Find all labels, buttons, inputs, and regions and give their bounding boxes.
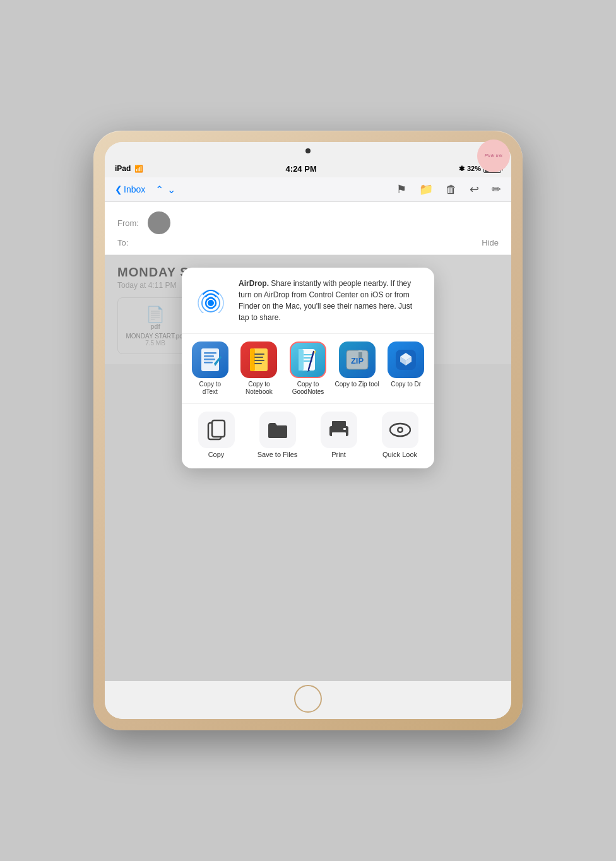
inbox-label: Inbox (124, 184, 145, 194)
app-icon-zip[interactable]: ZIP Copy to Zip tool (334, 341, 381, 396)
email-header: From: To: Hide (105, 202, 511, 255)
print-icon (328, 420, 350, 440)
email-body: MONDAY START. Today at 4:11 PM 📄 pdf MON… (105, 255, 511, 681)
quick-look-icon-box (382, 412, 418, 448)
from-label: From: (117, 218, 143, 228)
airdrop-svg (194, 280, 227, 313)
airdrop-title: AirDrop. (239, 279, 269, 288)
svg-rect-37 (332, 432, 346, 439)
svg-rect-14 (254, 357, 263, 358)
app-icon-goodnotes[interactable]: Copy toGoodNotes (285, 341, 331, 396)
to-label: To: (117, 238, 143, 247)
battery-percent: 32% (467, 165, 481, 172)
svg-rect-30 (358, 350, 362, 352)
app-icon-notebook[interactable]: Copy toNotebook (236, 341, 283, 396)
app-icons-row: Copy todText (182, 334, 434, 404)
ipad-screen: iPad 📶 4:24 PM ✱ 32% ❮ Inbox ⌃ (105, 142, 511, 719)
svg-rect-7 (204, 355, 214, 357)
time-display: 4:24 PM (286, 164, 317, 174)
share-sheet: AirDrop. Share instantly with people nea… (182, 268, 434, 468)
airdrop-section: AirDrop. Share instantly with people nea… (182, 268, 434, 334)
mail-toolbar: ❮ Inbox ⌃ ⌄ ⚑ 📁 🗑 ↩ ✏ (105, 177, 511, 202)
svg-rect-31 (358, 353, 362, 355)
home-button-area (105, 681, 511, 719)
copy-label: Copy (208, 451, 225, 458)
airdrop-icon (192, 278, 230, 316)
print-icon-box (321, 412, 357, 448)
compose-button[interactable]: ✏ (492, 182, 501, 196)
goodnotes-icon-img (290, 341, 326, 378)
dropbox-svg (394, 348, 418, 372)
device-label: iPad (115, 164, 131, 173)
prev-message-button[interactable]: ⌃ (155, 184, 163, 196)
reply-button[interactable]: ↩ (470, 182, 479, 196)
to-field: To: Hide (117, 236, 499, 249)
svg-point-41 (398, 429, 401, 432)
goodtext-label: Copy todText (199, 381, 221, 396)
watermark-badge: Pink Ink (477, 140, 510, 172)
goodtext-icon-img (192, 341, 228, 378)
save-files-label: Save to Files (258, 451, 298, 458)
next-message-button[interactable]: ⌄ (167, 184, 175, 196)
print-label: Print (331, 451, 346, 458)
notebook-icon-img (240, 341, 277, 378)
save-files-icon-box (259, 412, 296, 448)
svg-rect-38 (343, 428, 346, 430)
goodnotes-svg (296, 347, 320, 373)
app-icon-dropbox[interactable]: Copy to Dr (382, 341, 429, 396)
notebook-label: Copy toNotebook (246, 381, 273, 396)
svg-rect-34 (212, 420, 225, 437)
svg-rect-9 (204, 362, 213, 364)
from-field: From: (117, 210, 499, 236)
action-copy[interactable]: Copy (187, 412, 246, 458)
svg-rect-6 (204, 352, 216, 354)
svg-rect-21 (304, 357, 311, 359)
flag-button[interactable]: ⚑ (396, 182, 406, 196)
notebook-svg (247, 347, 271, 372)
hide-button[interactable]: Hide (482, 238, 499, 247)
status-left: iPad 📶 (115, 164, 143, 173)
svg-rect-8 (204, 359, 215, 360)
toolbar-left: ❮ Inbox ⌃ ⌄ (115, 184, 175, 196)
action-print[interactable]: Print (309, 412, 368, 458)
dropbox-label: Copy to Dr (391, 381, 421, 388)
home-button[interactable] (294, 685, 322, 713)
goodnotes-label: Copy toGoodNotes (292, 381, 324, 396)
copy-icon (207, 419, 226, 441)
trash-button[interactable]: 🗑 (446, 183, 457, 196)
top-bar (105, 142, 511, 160)
back-button[interactable]: ❮ Inbox (115, 184, 145, 194)
status-bar: iPad 📶 4:24 PM ✱ 32% (105, 160, 511, 177)
bluetooth-icon: ✱ (459, 165, 465, 173)
app-icon-goodtext[interactable]: Copy todText (187, 341, 234, 396)
svg-rect-13 (254, 353, 264, 355)
actions-row: Copy Save to Files (182, 404, 434, 468)
svg-rect-15 (254, 360, 264, 361)
goodtext-svg (199, 347, 222, 372)
copy-icon-box (198, 412, 235, 448)
zip-label: Copy to Zip tool (335, 381, 379, 388)
svg-rect-20 (304, 354, 312, 355)
zip-icon-img: ZIP (339, 341, 376, 378)
zip-svg: ZIP (345, 347, 370, 372)
quick-look-icon (389, 421, 411, 439)
sender-avatar (148, 211, 170, 234)
svg-rect-12 (250, 348, 255, 371)
share-overlay: AirDrop. Share instantly with people nea… (105, 255, 511, 681)
ipad-frame: Pink Ink iPad 📶 4:24 PM ✱ 32% (93, 131, 523, 730)
dropbox-icon-img (388, 341, 424, 378)
svg-point-4 (209, 300, 213, 304)
back-chevron-icon: ❮ (115, 184, 122, 194)
svg-rect-19 (299, 349, 302, 371)
watermark-text: Pink Ink (485, 153, 502, 159)
camera-dot (305, 148, 311, 153)
action-quick-look[interactable]: Quick Look (370, 412, 429, 458)
toolbar-right: ⚑ 📁 🗑 ↩ ✏ (396, 182, 501, 196)
quick-look-label: Quick Look (382, 451, 417, 458)
wifi-icon: 📶 (134, 165, 143, 173)
svg-rect-16 (254, 363, 262, 364)
airdrop-description: AirDrop. Share instantly with people nea… (239, 278, 424, 323)
save-files-icon (267, 420, 288, 439)
folder-button[interactable]: 📁 (419, 182, 433, 196)
action-save-files[interactable]: Save to Files (248, 412, 307, 458)
